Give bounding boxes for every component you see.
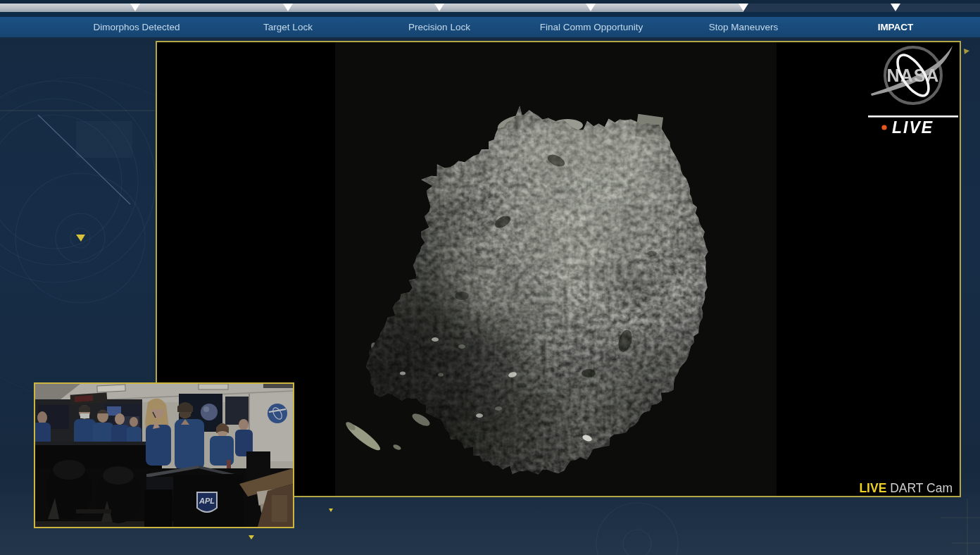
svg-text:LIVE: LIVE xyxy=(892,118,934,137)
svg-text:NASA: NASA xyxy=(887,66,940,85)
svg-text:APL: APL xyxy=(199,497,215,505)
